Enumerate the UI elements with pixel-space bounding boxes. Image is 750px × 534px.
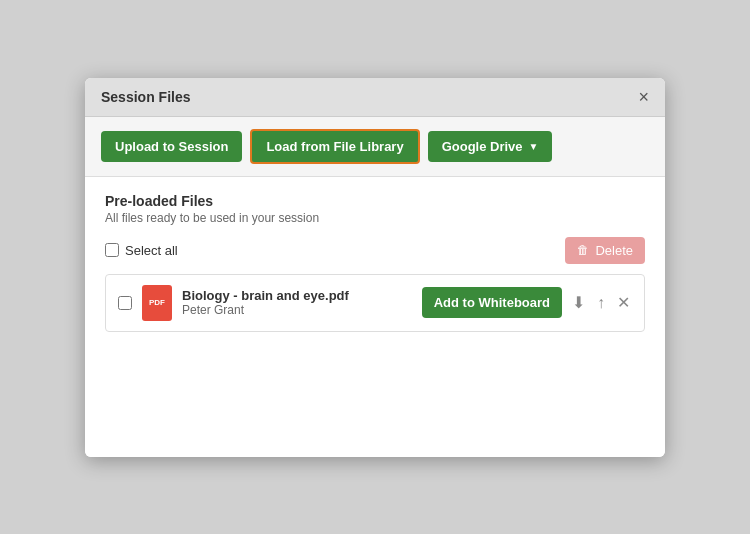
pdf-icon [142, 285, 172, 321]
file-actions: Add to Whiteboard ⬇ ↑ ✕ [422, 287, 632, 318]
add-to-whiteboard-button[interactable]: Add to Whiteboard [422, 287, 562, 318]
session-files-modal: Session Files × Upload to Session Load f… [85, 78, 665, 457]
file-row: Biology - brain and eye.pdf Peter Grant … [105, 274, 645, 332]
delete-label: Delete [595, 243, 633, 258]
select-all-row: Select all 🗑 Delete [105, 237, 645, 264]
pdf-file-icon [142, 285, 172, 321]
delete-button[interactable]: 🗑 Delete [565, 237, 645, 264]
modal-header: Session Files × [85, 78, 665, 117]
close-button[interactable]: × [638, 88, 649, 106]
trash-icon: 🗑 [577, 243, 589, 257]
share-icon[interactable]: ↑ [595, 292, 607, 314]
upload-to-session-button[interactable]: Upload to Session [101, 131, 242, 162]
google-drive-button[interactable]: Google Drive ▼ [428, 131, 553, 162]
remove-icon[interactable]: ✕ [615, 291, 632, 314]
file-author: Peter Grant [182, 303, 412, 317]
modal-body: Pre-loaded Files All files ready to be u… [85, 177, 665, 457]
download-icon[interactable]: ⬇ [570, 291, 587, 314]
modal-title: Session Files [101, 89, 190, 105]
google-drive-label: Google Drive [442, 139, 523, 154]
load-from-library-button[interactable]: Load from File Library [250, 129, 419, 164]
select-all-left: Select all [105, 243, 178, 258]
select-all-checkbox[interactable] [105, 243, 119, 257]
modal-toolbar: Upload to Session Load from File Library… [85, 117, 665, 177]
select-all-label: Select all [125, 243, 178, 258]
section-title: Pre-loaded Files [105, 193, 645, 209]
chevron-down-icon: ▼ [529, 141, 539, 152]
file-info: Biology - brain and eye.pdf Peter Grant [182, 288, 412, 317]
file-checkbox[interactable] [118, 296, 132, 310]
section-subtitle: All files ready to be used in your sessi… [105, 211, 645, 225]
file-name: Biology - brain and eye.pdf [182, 288, 412, 303]
